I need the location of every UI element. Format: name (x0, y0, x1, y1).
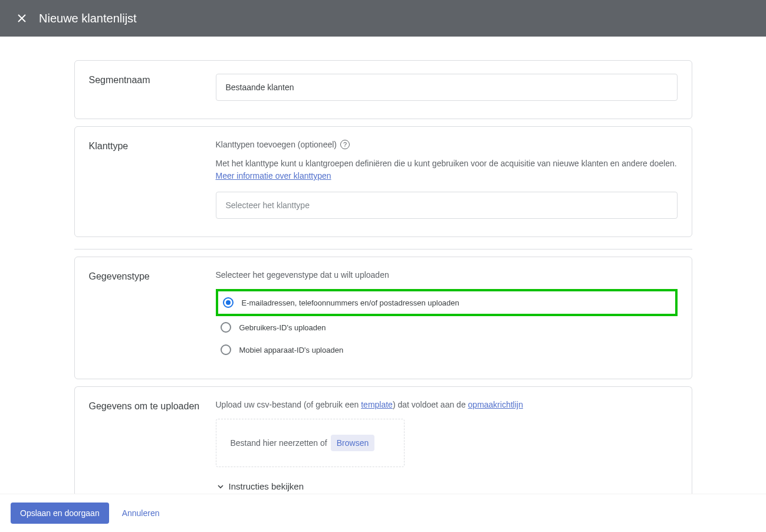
clienttype-moreinfo-link[interactable]: Meer informatie over klanttypen (216, 171, 331, 180)
datatype-option-userids[interactable]: Gebruikers-ID's uploaden (216, 316, 678, 339)
uploaddata-card: Gegevens om te uploaden Upload uw csv-be… (74, 386, 692, 509)
section-divider (74, 249, 692, 249)
segment-card: Segmentnaam (74, 60, 692, 119)
datatype-heading: Selecteer het gegevenstype dat u wilt up… (216, 270, 678, 280)
save-and-continue-button[interactable]: Opslaan en doorgaan (11, 503, 109, 524)
chevron-down-icon (216, 482, 225, 491)
clienttype-select[interactable]: Selecteer het klanttype (216, 192, 678, 219)
file-dropzone[interactable]: Bestand hier neerzetten of Browsen (216, 419, 405, 467)
radio-label: E-mailadressen, telefoonnummers en/of po… (242, 298, 459, 307)
modal-header: Nieuwe klantenlijst (0, 0, 766, 37)
browse-button[interactable]: Browsen (331, 435, 374, 451)
cancel-button[interactable]: Annuleren (119, 508, 163, 518)
radio-label: Gebruikers-ID's uploaden (239, 323, 326, 332)
template-link[interactable]: template (361, 400, 393, 409)
format-link[interactable]: opmaakrichtlijn (468, 400, 523, 409)
uploaddata-label: Gegevens om te uploaden (89, 400, 216, 491)
radio-icon (221, 344, 231, 355)
radio-label: Mobiel apparaat-ID's uploaden (239, 346, 344, 354)
instructions-toggle[interactable]: Instructies bekijken (216, 481, 678, 491)
clienttype-card: Klanttype Klanttypen toevoegen (optionee… (74, 126, 692, 237)
radio-icon (223, 297, 234, 308)
footer-bar: Opslaan en doorgaan Annuleren (0, 494, 766, 532)
segment-label: Segmentnaam (89, 74, 216, 101)
dropzone-text: Bestand hier neerzetten of (231, 438, 327, 448)
segment-name-input[interactable] (216, 74, 678, 101)
page-title: Nieuwe klantenlijst (39, 12, 137, 25)
radio-icon (221, 322, 231, 333)
help-icon[interactable]: ? (340, 140, 350, 149)
datatype-label: Gegevenstype (89, 270, 216, 361)
datatype-option-email-phone-post[interactable]: E-mailadressen, telefoonnummers en/of po… (216, 289, 678, 316)
close-button[interactable] (12, 8, 32, 28)
clienttype-add-label: Klanttypen toevoegen (optioneel) (216, 140, 337, 149)
datatype-option-deviceids[interactable]: Mobiel apparaat-ID's uploaden (216, 339, 678, 361)
clienttype-label: Klanttype (89, 140, 216, 219)
clienttype-description: Met het klanttype kunt u klantgroepen de… (216, 157, 678, 182)
uploaddata-description: Upload uw csv-bestand (of gebruik een te… (216, 400, 678, 409)
datatype-card: Gegevenstype Selecteer het gegevenstype … (74, 257, 692, 379)
close-icon (17, 13, 27, 24)
